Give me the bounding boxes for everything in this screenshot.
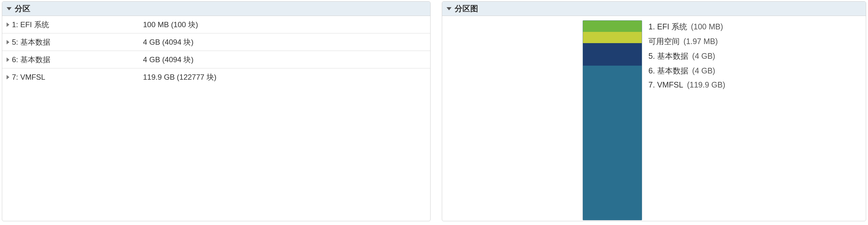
- partition-name: 6: 基本数据: [12, 55, 51, 65]
- partition-diagram-header[interactable]: 分区图: [442, 2, 866, 16]
- collapse-caret-icon: [446, 7, 452, 10]
- partition-size: 4 GB (4094 块): [140, 37, 430, 47]
- partitions-panel: 分区 1: EFI 系统 100 MB (100 块) 5: 基本数据 4 GB…: [2, 1, 431, 221]
- partition-size: 100 MB (100 块): [140, 20, 430, 30]
- partition-name: 7: VMFSL: [12, 73, 45, 82]
- partitions-panel-title: 分区: [15, 3, 30, 14]
- partition-legend: 1. EFI 系统 (100 MB) 可用空间 (1.97 MB) 5. 基本数…: [648, 20, 725, 217]
- partitions-table: 1: EFI 系统 100 MB (100 块) 5: 基本数据 4 GB (4…: [2, 16, 430, 86]
- legend-label: 可用空间: [648, 36, 680, 46]
- legend-item[interactable]: 5. 基本数据 (4 GB): [648, 51, 725, 61]
- partitions-panel-header[interactable]: 分区: [2, 2, 430, 16]
- partition-row[interactable]: 5: 基本数据 4 GB (4094 块): [2, 33, 430, 51]
- partition-name: 1: EFI 系统: [12, 20, 49, 30]
- legend-item[interactable]: 可用空间 (1.97 MB): [648, 36, 725, 46]
- partition-name: 5: 基本数据: [12, 37, 51, 47]
- expand-caret-icon: [7, 58, 9, 62]
- legend-item[interactable]: 1. EFI 系统 (100 MB): [648, 22, 725, 32]
- collapse-caret-icon: [7, 7, 11, 10]
- legend-label: 5. 基本数据: [648, 51, 688, 61]
- partition-diagram-panel: 分区图 1. EFI 系统 (100 MB) 可用空间 (1.97 MB): [442, 1, 866, 221]
- legend-size: (1.97 MB): [683, 37, 718, 46]
- expand-caret-icon: [7, 40, 9, 44]
- partition-diagram-title: 分区图: [455, 3, 478, 14]
- partition-row[interactable]: 6: 基本数据 4 GB (4094 块): [2, 51, 430, 68]
- partition-stack: [583, 20, 642, 220]
- legend-item[interactable]: 6. 基本数据 (4 GB): [648, 66, 725, 76]
- partition-size: 119.9 GB (122777 块): [140, 72, 430, 82]
- legend-size: (100 MB): [691, 22, 723, 31]
- legend-label: 7. VMFSL: [648, 80, 683, 89]
- legend-size: (119.9 GB): [687, 80, 725, 89]
- legend-label: 1. EFI 系统: [648, 22, 687, 32]
- partition-row[interactable]: 1: EFI 系统 100 MB (100 块): [2, 16, 430, 33]
- slice-efi[interactable]: [583, 21, 642, 32]
- partition-row[interactable]: 7: VMFSL 119.9 GB (122777 块): [2, 68, 430, 86]
- legend-size: (4 GB): [692, 66, 715, 75]
- expand-caret-icon: [7, 23, 9, 27]
- slice-data5[interactable]: [583, 43, 642, 54]
- slice-data6[interactable]: [583, 54, 642, 66]
- expand-caret-icon: [7, 75, 9, 79]
- legend-label: 6. 基本数据: [648, 66, 688, 76]
- partition-diagram-body: 1. EFI 系统 (100 MB) 可用空间 (1.97 MB) 5. 基本数…: [442, 16, 866, 221]
- slice-free[interactable]: [583, 32, 642, 43]
- slice-vmfsl[interactable]: [583, 66, 642, 220]
- legend-item[interactable]: 7. VMFSL (119.9 GB): [648, 80, 725, 89]
- legend-size: (4 GB): [692, 51, 715, 61]
- partition-size: 4 GB (4094 块): [140, 55, 430, 65]
